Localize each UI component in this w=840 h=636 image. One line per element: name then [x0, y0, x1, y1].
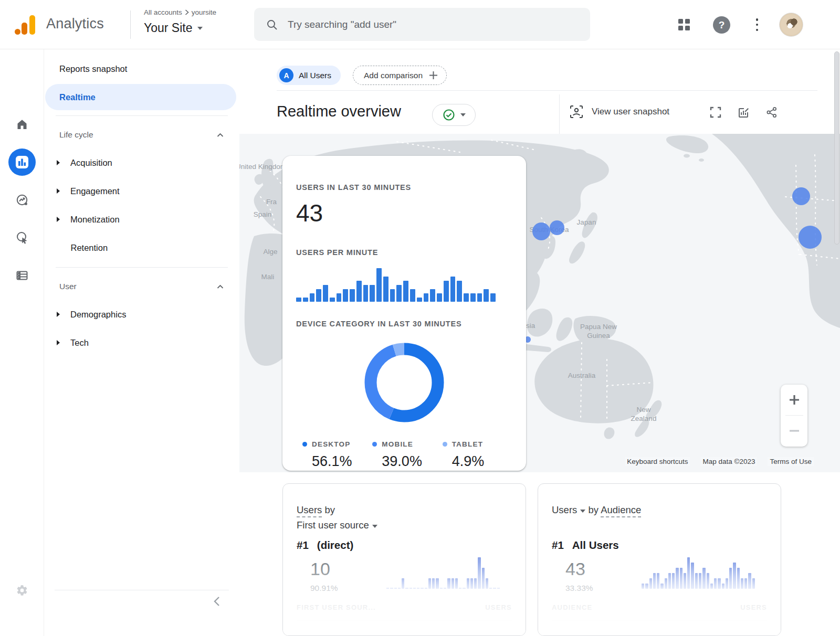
dimension-selector[interactable]: Audience	[601, 504, 641, 517]
expand-arrow-icon[interactable]	[57, 217, 60, 222]
users-by-audience-card: Users by Audience #1 All Users 43 33.33%…	[538, 483, 781, 636]
zoom-out-button[interactable]	[781, 416, 807, 446]
bar	[702, 568, 705, 589]
search-input[interactable]: Try searching "add user"	[254, 8, 590, 41]
table-header: AUDIENCE USERS	[552, 603, 767, 611]
bar	[645, 584, 648, 589]
nav-item-monetization[interactable]: Monetization	[44, 205, 239, 234]
top-dimension-value: (direct)	[317, 539, 353, 552]
view-user-snapshot-button[interactable]: View user snapshot	[570, 105, 669, 119]
expand-arrow-icon[interactable]	[57, 340, 60, 345]
expand-arrow-icon[interactable]	[57, 312, 60, 317]
nav-item-realtime[interactable]: Realtime	[45, 84, 236, 110]
property-name: Your Site	[144, 21, 193, 35]
zoom-in-button[interactable]	[781, 385, 807, 415]
bar	[752, 578, 755, 589]
add-comparison-button[interactable]: Add comparison	[353, 66, 447, 85]
plus-icon	[429, 71, 438, 80]
property-selector[interactable]: Your Site	[144, 21, 203, 35]
map-label: Australia	[568, 372, 596, 380]
fullscreen-icon[interactable]	[709, 106, 722, 119]
collapse-nav-icon[interactable]	[211, 595, 224, 608]
admin-library-icon[interactable]	[16, 269, 28, 282]
expand-arrow-icon[interactable]	[57, 188, 60, 194]
nav-item-demographics[interactable]: Demographics	[44, 300, 239, 328]
breadcrumb-leaf[interactable]: yoursite	[192, 8, 216, 16]
legend-item-tablet: TABLET4.9%	[443, 440, 512, 470]
bar	[370, 285, 375, 302]
realtime-status-pill[interactable]	[432, 104, 476, 126]
metric-selector[interactable]: Users	[297, 504, 322, 517]
help-icon[interactable]: ?	[713, 16, 730, 34]
rank-label: #1	[552, 539, 564, 552]
chevron-down-icon	[460, 113, 466, 116]
map-attribution-link[interactable]: Terms of Use	[768, 457, 814, 466]
nav-item-acquisition[interactable]: Acquisition	[44, 149, 239, 177]
bar-zero	[390, 588, 393, 589]
top-row: #1 (direct)	[297, 539, 512, 552]
nav-item-retention[interactable]: Retention	[44, 234, 239, 262]
explore-icon[interactable]	[16, 194, 28, 206]
breadcrumb[interactable]: All accounts yoursite	[144, 8, 216, 16]
bar	[649, 578, 652, 589]
map-zoom-control	[781, 385, 807, 447]
check-circle-icon	[443, 109, 455, 121]
bar	[376, 268, 382, 302]
bar	[363, 285, 369, 302]
bar	[457, 281, 462, 302]
bar	[310, 293, 315, 302]
users-per-minute-chart	[296, 268, 496, 303]
users-per-minute-label: USERS PER MINUTE	[296, 248, 512, 257]
nav-section-user[interactable]: User	[44, 273, 239, 300]
comparison-chip-all-users[interactable]: A All Users	[277, 66, 341, 85]
bar	[733, 563, 736, 589]
apps-grid-icon[interactable]	[678, 19, 690, 30]
bar	[447, 578, 450, 589]
card-title-by: by	[324, 504, 335, 515]
bar	[403, 281, 408, 302]
dimension-selector[interactable]: First user source	[297, 520, 369, 531]
avatar[interactable]	[779, 13, 803, 37]
bar	[718, 578, 720, 589]
advertising-icon[interactable]	[16, 231, 28, 244]
vertical-scrollbar[interactable]	[834, 51, 839, 245]
metric-selector[interactable]: Users	[552, 504, 577, 515]
bar	[356, 281, 362, 302]
column-metric: USERS	[740, 603, 767, 611]
bar	[653, 573, 656, 589]
expand-arrow-icon[interactable]	[57, 160, 60, 165]
settings-gear-icon[interactable]	[16, 584, 28, 597]
share-icon[interactable]	[765, 106, 778, 119]
card-title-by: by	[588, 504, 598, 515]
user-location-marker	[792, 187, 810, 205]
nav-item-engagement[interactable]: Engagement	[44, 177, 239, 205]
reports-nav-icon[interactable]	[8, 149, 36, 176]
nav-item-label: Monetization	[70, 215, 120, 225]
bar	[748, 573, 751, 589]
bar-zero	[386, 588, 389, 589]
home-icon[interactable]	[16, 118, 28, 131]
edit-chart-icon[interactable]	[737, 106, 750, 119]
bar	[396, 285, 402, 302]
analytics-logo-icon[interactable]	[13, 12, 38, 37]
map-attribution-link[interactable]: Keyboard shortcuts	[625, 457, 690, 466]
bar	[436, 578, 438, 589]
nav-section-life-cycle[interactable]: Life cycle	[44, 121, 239, 149]
nav-item-reports-snapshot[interactable]: Reports snapshot	[44, 55, 239, 83]
left-rail	[0, 49, 44, 636]
nav-divider	[56, 267, 228, 268]
nav-item-tech[interactable]: Tech	[44, 328, 239, 357]
legend-value: 56.1%	[312, 453, 372, 470]
bar	[729, 568, 732, 589]
legend-dot	[302, 442, 307, 447]
kebab-menu-icon[interactable]	[753, 17, 761, 32]
bar	[482, 568, 485, 589]
users-30min-value: 43	[296, 199, 512, 227]
map-label: Alge	[263, 248, 277, 257]
nav-section-label: Life cycle	[59, 130, 93, 140]
bar-zero	[444, 588, 446, 589]
search-placeholder: Try searching "add user"	[288, 19, 396, 30]
breadcrumb-root[interactable]: All accounts	[144, 8, 182, 16]
bar	[484, 289, 489, 302]
map-attribution-text: Map data ©2023	[700, 457, 757, 466]
